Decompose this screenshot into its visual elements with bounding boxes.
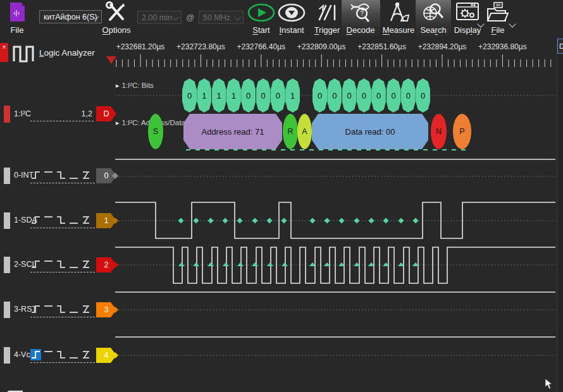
decode-bits-row-label: ▶1:I²C: Bits bbox=[116, 82, 154, 89]
i2c-bit-bubble: 0 bbox=[416, 78, 430, 113]
channel-marker-diamond bbox=[112, 173, 118, 179]
sample-point-dot bbox=[325, 218, 330, 224]
right-scroll-strip[interactable] bbox=[557, 37, 563, 392]
i2c-frame-data: Address read: 71 bbox=[183, 114, 282, 149]
i2c-bit-bubble: 1 bbox=[285, 78, 300, 113]
sample-point-dot bbox=[208, 218, 214, 224]
mouse-cursor bbox=[544, 378, 554, 392]
i2c-bit-bubble: 1 bbox=[197, 78, 211, 113]
clock-edge-mark bbox=[252, 262, 258, 266]
sample-point-dot bbox=[237, 218, 243, 224]
sample-point-dot bbox=[282, 218, 287, 224]
sample-point-dot bbox=[310, 218, 316, 224]
sample-point-dot bbox=[399, 218, 404, 224]
channel-marker-diamond bbox=[112, 217, 118, 224]
sample-point-dot bbox=[339, 218, 345, 224]
i2c-bit-bubble: 0 bbox=[371, 78, 386, 113]
sample-point-dot bbox=[413, 218, 419, 224]
sample-point-dot bbox=[223, 218, 228, 224]
i2c-frame-flag: S bbox=[148, 114, 163, 149]
ruler-timestamp: +232851.60µs bbox=[357, 42, 406, 51]
clock-edge-mark bbox=[282, 262, 288, 266]
sample-point-dot bbox=[383, 218, 389, 224]
i2c-bit-bubble: 0 bbox=[401, 78, 416, 113]
i2c-frame-flag: N bbox=[431, 114, 447, 149]
clock-edge-mark bbox=[193, 262, 199, 266]
clock-edge-mark bbox=[178, 262, 185, 266]
cut-item-letter: D bbox=[559, 42, 563, 50]
channel-marker-diamond bbox=[112, 352, 118, 358]
i2c-frame-data: Data read: 00 bbox=[312, 114, 428, 149]
sample-point-dot bbox=[267, 218, 273, 224]
caret-right-icon: ▶ bbox=[116, 83, 119, 88]
sample-point-dot bbox=[194, 218, 199, 224]
i2c-bit-bubble: 0 bbox=[182, 78, 197, 113]
i2c-bit-bubble: 0 bbox=[387, 78, 401, 113]
clock-edge-mark bbox=[207, 262, 214, 266]
i2c-bit-bubble: 0 bbox=[357, 78, 371, 113]
clock-edge-mark bbox=[237, 262, 244, 266]
i2c-bit-bubble: 0 bbox=[342, 78, 357, 113]
sample-point-dot bbox=[178, 218, 184, 224]
i2c-bit-bubble: 0 bbox=[256, 78, 271, 113]
ruler-timestamp: +232894.20µs bbox=[418, 42, 467, 51]
ruler-timestamp: +232809.00µs bbox=[297, 42, 346, 51]
ruler-timestamp: +232936.80µs bbox=[478, 42, 527, 51]
i2c-bit-bubble: 0 bbox=[312, 78, 327, 113]
i2c-bit-bubble: 0 bbox=[241, 78, 256, 113]
channel-marker-diamond bbox=[112, 262, 118, 268]
channel-marker-diamond bbox=[112, 307, 118, 313]
decoder-list-cut-item[interactable]: D bbox=[557, 39, 563, 54]
i2c-frame-flag: P bbox=[453, 114, 471, 149]
sample-point-dot bbox=[354, 218, 360, 224]
clock-edge-mark bbox=[223, 262, 229, 266]
ruler-timestamp: +232723.80µs bbox=[176, 42, 225, 51]
trigger-position-marker bbox=[106, 56, 116, 64]
i2c-bit-bubble: 0 bbox=[327, 78, 342, 113]
ruler-timestamp: +232766.40µs bbox=[237, 42, 285, 51]
i2c-frame-flag: A bbox=[297, 114, 312, 149]
i2c-bit-bubble: 1 bbox=[226, 78, 241, 113]
sample-point-dot bbox=[369, 218, 374, 224]
waveform-plot bbox=[0, 0, 563, 392]
i2c-frame-flag: R bbox=[283, 114, 298, 149]
caret-right-icon: ▶ bbox=[116, 121, 119, 125]
i2c-bit-bubble: 0 bbox=[271, 78, 285, 113]
clock-edge-mark bbox=[267, 262, 273, 266]
i2c-bit-bubble: 1 bbox=[212, 78, 226, 113]
ruler-timestamp: +232681.20µs bbox=[116, 42, 165, 51]
sample-point-dot bbox=[252, 218, 258, 224]
